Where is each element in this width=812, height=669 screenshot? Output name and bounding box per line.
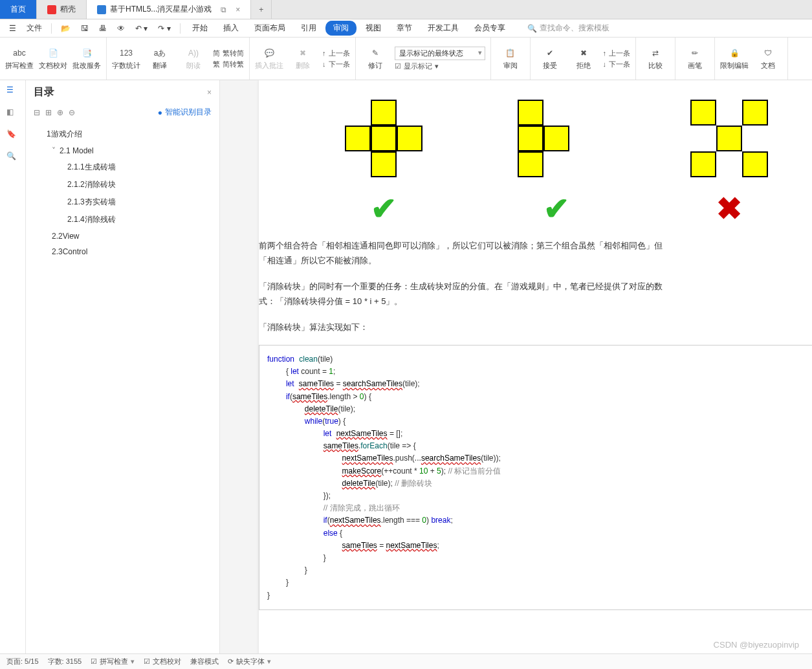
find-icon[interactable]: 🔍 xyxy=(6,151,19,164)
display-mode-select[interactable]: 显示标记的最终状态 xyxy=(395,47,485,60)
delete-comment-button[interactable]: ✖删除 xyxy=(289,40,317,77)
spellcheck-button[interactable]: abc拼写检查 xyxy=(5,40,34,77)
status-compat[interactable]: 兼容模式 xyxy=(190,657,219,666)
outline-tree: 1游戏介绍 ˅2.1 Model 2.1.1生成砖墙 2.1.2消除砖块 2.1… xyxy=(26,123,219,653)
menu-bar: ☰ 文件 📂 🖫 🖶 👁 ↶ ▾ ↷ ▾ 开始 插入 页面布局 引用 审阅 视图… xyxy=(0,19,812,38)
undo-icon[interactable]: ↶ ▾ xyxy=(131,21,151,36)
redo-icon[interactable]: ↷ ▾ xyxy=(154,21,174,36)
check-icon: ✔ xyxy=(543,190,569,226)
document-canvas[interactable]: ✔ ✔ ✖ xyxy=(220,80,812,653)
menu-devtools[interactable]: 开发工具 xyxy=(421,20,465,36)
tab-shell[interactable]: 稻壳 xyxy=(37,0,87,19)
main-area: ☰ ◧ 🔖 🔍 目录 × ⊟ ⊞ ⊕ ⊖ ●智能识别目录 1游戏介绍 ˅2.1 … xyxy=(0,80,812,653)
close-outline-icon[interactable]: × xyxy=(207,88,212,97)
readaloud-button[interactable]: A))朗读 xyxy=(179,40,208,77)
tree-node[interactable]: ˅2.1 Model xyxy=(39,143,214,159)
document-page: ✔ ✔ ✖ xyxy=(259,80,812,653)
menu-layout[interactable]: 页面布局 xyxy=(248,20,292,36)
menu-insert[interactable]: 插入 xyxy=(217,20,245,36)
plus-icon: + xyxy=(259,5,263,14)
show-markup-button[interactable]: ☑ 显示标记 ▾ xyxy=(395,61,485,71)
tree-node[interactable]: 2.1.3夯实砖墙 xyxy=(39,193,214,211)
tree-node[interactable]: 2.3Control xyxy=(39,244,214,259)
menu-start[interactable]: 开始 xyxy=(186,20,214,36)
tree-node[interactable]: 2.1.4消除残砖 xyxy=(39,211,214,228)
review-pane-button[interactable]: 📋审阅 xyxy=(496,40,525,77)
command-search[interactable]: 🔍 查找命令、搜索模板 xyxy=(527,23,609,34)
status-proof[interactable]: ☑ 文档校对 xyxy=(144,657,181,666)
paragraph: 前两个组合符合「相邻相连通相同色即可以消除」，所以它们可以被消除；第三个组合虽然… xyxy=(259,233,812,274)
diagram-plus: ✔ xyxy=(345,100,422,226)
menu-view[interactable]: 视图 xyxy=(359,20,388,36)
status-bar: 页面: 5/15 字数: 3155 ☑ 拼写检查▾ ☑ 文档校对 兼容模式 ⟳ … xyxy=(0,653,812,669)
smart-outline-button[interactable]: ●智能识别目录 xyxy=(158,107,212,118)
tab-home-label: 首页 xyxy=(10,4,26,15)
check-icon: ✔ xyxy=(371,190,397,226)
wordcount-button[interactable]: 123字数统计 xyxy=(112,40,140,77)
bookmark-icon[interactable]: 🔖 xyxy=(6,129,19,142)
app-tabs: 首页 稻壳 基于HTML5...消灭星星小游戏 ⧉ × + xyxy=(0,0,812,19)
tab-doc-label: 基于HTML5...消灭星星小游戏 xyxy=(110,4,212,15)
protect-doc-button[interactable]: 🛡文档 xyxy=(754,40,782,77)
diagram-x: ✖ xyxy=(690,100,768,226)
save-icon[interactable]: 🖫 xyxy=(77,21,93,36)
nav-icon[interactable]: ◧ xyxy=(6,107,19,120)
ribbon: abc拼写检查 📄文档校对 📑批改服务 123字数统计 aあ翻译 A))朗读 简… xyxy=(0,38,812,80)
next-change-button[interactable]: ↓ 下一条 xyxy=(603,60,631,69)
status-words[interactable]: 字数: 3155 xyxy=(48,657,82,666)
promote-icon[interactable]: ⊕ xyxy=(57,108,63,117)
hamburger-icon[interactable]: ☰ xyxy=(5,21,20,36)
tab-home[interactable]: 首页 xyxy=(0,0,37,19)
outline-title: 目录 xyxy=(34,85,54,99)
outline-panel: 目录 × ⊟ ⊞ ⊕ ⊖ ●智能识别目录 1游戏介绍 ˅2.1 Model 2.… xyxy=(26,80,220,653)
word-icon xyxy=(97,5,106,14)
tree-node[interactable]: 2.2View xyxy=(39,228,214,244)
collapse-all-icon[interactable]: ⊟ xyxy=(34,108,40,117)
tab-new[interactable]: + xyxy=(251,0,272,19)
to-traditional-button[interactable]: 繁 简转繁 xyxy=(213,60,244,69)
tree-node[interactable]: 2.1.2消除砖块 xyxy=(39,176,214,193)
paragraph: 「消除砖块」的同时有一个重要的任务：生成砖块对应的分值。在「游戏规则」中，笔者已… xyxy=(259,274,812,314)
status-recover[interactable]: ⟳ 缺失字体▾ xyxy=(228,657,271,666)
menu-member[interactable]: 会员专享 xyxy=(468,20,512,36)
menu-chapter[interactable]: 章节 xyxy=(390,20,419,36)
track-changes-button[interactable]: ✎修订 xyxy=(361,40,390,77)
compare-button[interactable]: ⇄比较 xyxy=(641,40,670,77)
reject-button[interactable]: ✖拒绝 xyxy=(569,40,598,77)
close-tab-icon[interactable]: × xyxy=(236,5,240,14)
status-page[interactable]: 页面: 5/15 xyxy=(6,657,39,666)
side-rail: ☰ ◧ 🔖 🔍 xyxy=(0,80,26,653)
open-icon[interactable]: 📂 xyxy=(57,21,74,36)
prev-comment-button[interactable]: ↑ 上一条 xyxy=(322,49,350,58)
to-simplified-button[interactable]: 简 繁转简 xyxy=(213,49,244,58)
insert-comment-button[interactable]: 💬插入批注 xyxy=(255,40,283,77)
file-menu[interactable]: 文件 xyxy=(23,20,46,36)
chevron-down-icon[interactable]: ˅ xyxy=(52,146,60,155)
expand-all-icon[interactable]: ⊞ xyxy=(45,108,52,117)
tree-node[interactable]: 1游戏介绍 xyxy=(39,126,214,143)
translate-button[interactable]: aあ翻译 xyxy=(146,40,174,77)
menu-reference[interactable]: 引用 xyxy=(294,20,323,36)
paragraph: 「消除砖块」算法实现如下： xyxy=(259,314,812,340)
cross-icon: ✖ xyxy=(716,190,742,226)
search-placeholder: 查找命令、搜索模板 xyxy=(540,23,609,34)
prev-change-button[interactable]: ↑ 上一条 xyxy=(603,49,631,58)
tree-node[interactable]: 2.1.1生成砖墙 xyxy=(39,159,214,176)
preview-icon[interactable]: 👁 xyxy=(113,21,129,36)
accept-button[interactable]: ✔接受 xyxy=(536,40,564,77)
tab-document[interactable]: 基于HTML5...消灭星星小游戏 ⧉ × xyxy=(87,0,251,19)
print-icon[interactable]: 🖶 xyxy=(95,21,111,36)
demote-icon[interactable]: ⊖ xyxy=(69,108,75,117)
ink-button[interactable]: ✏画笔 xyxy=(681,40,709,77)
status-spell[interactable]: ☑ 拼写检查▾ xyxy=(91,657,135,666)
proofread-button[interactable]: 📄文档校对 xyxy=(39,40,67,77)
restrict-editing-button[interactable]: 🔒限制编辑 xyxy=(720,40,749,77)
batch-service-button[interactable]: 📑批改服务 xyxy=(72,40,101,77)
tab-shell-label: 稻壳 xyxy=(60,4,76,15)
tile-diagrams: ✔ ✔ ✖ xyxy=(259,93,812,233)
next-comment-button[interactable]: ↓ 下一条 xyxy=(322,60,350,69)
menu-review[interactable]: 审阅 xyxy=(325,21,357,36)
popout-icon[interactable]: ⧉ xyxy=(221,5,226,14)
outline-icon[interactable]: ☰ xyxy=(6,85,19,98)
code-block: function clean(tile) { let count = 1; le… xyxy=(259,345,812,610)
